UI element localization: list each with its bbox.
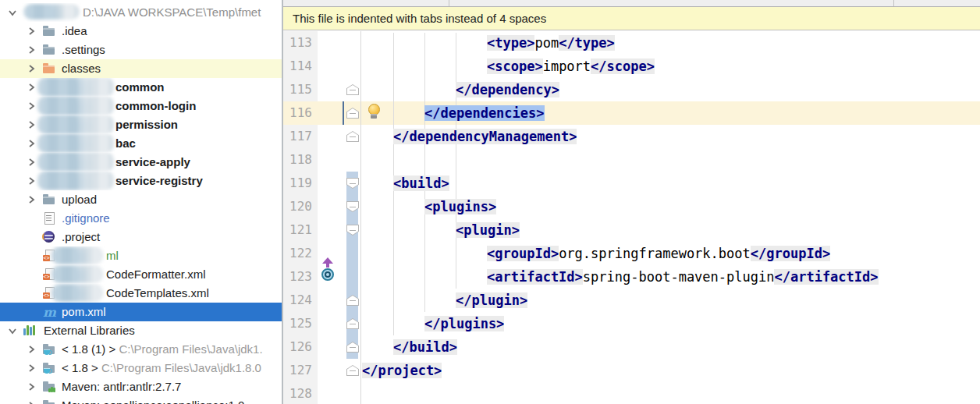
code-line-126[interactable]: </build> <box>362 335 980 359</box>
chevron-right-icon[interactable] <box>27 401 36 404</box>
fold-marker-end[interactable] <box>346 131 359 142</box>
fold-marker-end[interactable] <box>346 295 359 306</box>
tree-item-service-apply[interactable]: service-apply <box>0 153 282 172</box>
redaction-blur <box>37 134 114 153</box>
indent-notification-banner: This file is indented with tabs instead … <box>283 7 980 30</box>
redaction-blur <box>51 246 103 264</box>
toolbar-divider <box>449 0 449 6</box>
tree-item-service-registry[interactable]: service-registry <box>0 172 282 190</box>
code-line-117[interactable]: </dependencyManagement> <box>362 125 980 148</box>
chevron-right-icon[interactable] <box>27 176 36 186</box>
tree-item-label: CodeFormatter.xml <box>106 267 206 282</box>
code-line-128[interactable] <box>362 382 980 404</box>
tree-item-maven-antlr-antlr-2.7.7[interactable]: Maven: antlr:antlr:2.7.7 <box>0 377 282 396</box>
code-line-125[interactable]: </plugins> <box>362 312 980 335</box>
eclipse-project-icon <box>43 231 56 243</box>
code-line-115[interactable]: </dependency> <box>362 78 980 101</box>
fold-marker-end[interactable] <box>346 84 359 95</box>
tree-item-.idea[interactable]: .idea <box>0 22 282 41</box>
tree-item-label: .idea <box>62 23 87 39</box>
chevron-right-icon[interactable] <box>27 139 36 148</box>
code-line-118[interactable] <box>362 148 980 172</box>
chevron-right-icon[interactable] <box>27 45 36 55</box>
selected-text: </dependencies> <box>424 105 545 121</box>
fold-marker-start[interactable] <box>346 225 359 236</box>
chevron-right-icon[interactable] <box>27 64 36 73</box>
code-line-116[interactable]: </dependencies> <box>362 101 980 125</box>
chevron-right-icon[interactable] <box>27 363 36 373</box>
intention-bulb-icon[interactable] <box>368 104 380 121</box>
line-number: 114 <box>283 55 312 78</box>
code-line-123[interactable]: <artifactId>spring-boot-maven-plugin</ar… <box>362 265 980 289</box>
tree-item-common-login[interactable]: common-login <box>0 97 282 115</box>
tree-item-common[interactable]: common <box>0 78 282 97</box>
code-line-113[interactable]: <type>pom</type> <box>362 31 980 55</box>
xml-tag: <build> <box>393 175 449 191</box>
text-file-icon <box>43 212 56 225</box>
editor-pane[interactable]: This file is indented with tabs instead … <box>283 0 980 404</box>
code-line-127[interactable]: </project> <box>362 359 980 382</box>
chevron-right-icon[interactable] <box>27 158 36 167</box>
tree-item-maven-aopalliance-aopalliance-1.0[interactable]: Maven: aopalliance:aopalliance:1.0 <box>0 396 282 404</box>
tree-item-label: classes <box>62 61 101 76</box>
line-number: 116 <box>283 101 312 125</box>
line-number: 115 <box>283 78 312 101</box>
fold-marker-end[interactable] <box>346 342 359 353</box>
project-tool-window[interactable]: D:\JAVA WORKSPACE\Temp\fmet.idea.setting… <box>0 0 283 404</box>
fold-marker-start[interactable] <box>346 201 359 212</box>
tree-item-bac[interactable]: bac <box>0 134 282 153</box>
jdk-icon <box>43 362 56 374</box>
chevron-right-icon[interactable] <box>27 120 36 129</box>
chevron-right-icon[interactable] <box>27 345 36 354</box>
tree-item-permission[interactable]: permission <box>0 115 282 134</box>
code-line-124[interactable]: </plugin> <box>362 289 980 312</box>
fold-marker-end[interactable] <box>346 108 359 119</box>
tree-item-<-1.8->[interactable]: < 1.8 > C:\Program Files\Java\jdk1.8.0 <box>0 359 282 377</box>
tree-item-<-1.8-(1)->[interactable]: < 1.8 (1) > C:\Program Files\Java\jdk1. <box>0 340 282 359</box>
chevron-down-icon[interactable] <box>8 326 17 335</box>
xml-tag: </dependencyManagement> <box>393 129 577 144</box>
redaction-blur <box>37 172 114 190</box>
tree-item-pom.xml[interactable]: mpom.xml <box>0 303 282 321</box>
chevron-right-icon[interactable] <box>27 382 36 392</box>
xml-tag: <plugins> <box>424 199 496 214</box>
code-line-119[interactable]: <build> <box>362 172 980 195</box>
chevron-right-icon[interactable] <box>27 195 36 204</box>
tree-item-label: < 1.8 > C:\Program Files\Java\jdk1.8.0 <box>62 360 261 376</box>
tree-item-codeformatter.xml[interactable]: <>CodeFormatter.xml <box>0 265 282 284</box>
chevron-right-icon[interactable] <box>27 83 36 92</box>
tree-item-codetemplates.xml[interactable]: <>CodeTemplates.xml <box>0 284 282 303</box>
line-number: 126 <box>283 335 312 359</box>
tree-item-.gitignore[interactable]: .gitignore <box>0 209 282 228</box>
redaction-blur <box>51 284 103 302</box>
tree-item-.settings[interactable]: .settings <box>0 41 282 59</box>
tree-item-label: External Libraries <box>44 323 135 338</box>
override-gutter-icon[interactable] <box>320 257 336 287</box>
fold-marker-end[interactable] <box>346 318 359 329</box>
tree-item-.project[interactable]: .project <box>0 228 282 246</box>
code-line-121[interactable]: <plugin> <box>362 218 980 242</box>
maven-file-icon: m <box>43 306 56 318</box>
fold-marker-start[interactable] <box>346 178 359 189</box>
tree-item-label: upload <box>62 192 97 207</box>
tree-item-label: .settings <box>62 42 105 58</box>
chevron-right-icon[interactable] <box>27 27 36 36</box>
chevron-right-icon[interactable] <box>27 101 36 111</box>
xml-tag: <artifactId> <box>487 269 583 285</box>
fold-marker-end[interactable] <box>346 365 359 376</box>
line-number: 118 <box>283 148 312 172</box>
tree-item-label: service-apply <box>115 154 190 170</box>
tree-item-ml[interactable]: <>ml <box>0 246 282 265</box>
code-line-114[interactable]: <scope>import</scope> <box>362 55 980 78</box>
caret-gutter-mark <box>343 101 344 125</box>
folder-orange-icon <box>43 62 56 75</box>
code-line-122[interactable]: <groupId>org.springframework.boot</group… <box>362 242 980 265</box>
tree-item-external-libraries[interactable]: External Libraries <box>0 321 282 340</box>
xml-tag: </groupId> <box>751 246 830 261</box>
code-line-120[interactable]: <plugins> <box>362 195 980 218</box>
tree-item-label: Maven: antlr:antlr:2.7.7 <box>62 379 181 395</box>
tree-item-upload[interactable]: upload <box>0 190 282 209</box>
tree-item-classes[interactable]: classes <box>0 59 282 78</box>
chevron-down-icon[interactable] <box>8 8 17 17</box>
tree-item-project-root[interactable]: D:\JAVA WORKSPACE\Temp\fmet <box>0 3 282 22</box>
